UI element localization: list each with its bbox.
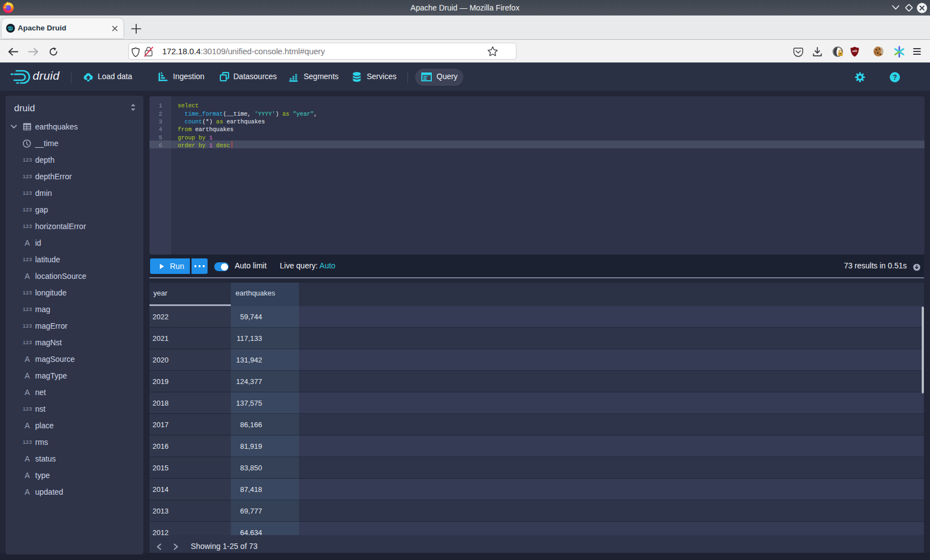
- svg-text:?: ?: [893, 74, 897, 81]
- svg-text:uO: uO: [852, 49, 857, 53]
